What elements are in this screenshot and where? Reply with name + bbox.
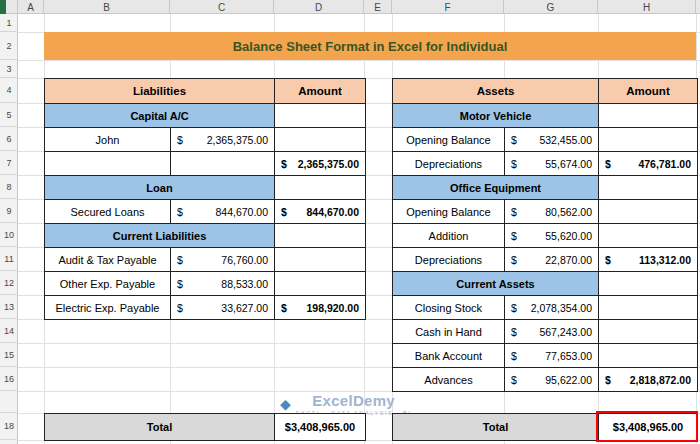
row-header-14[interactable]: 14 bbox=[0, 319, 18, 343]
cell-cash-in-hand-amount[interactable]: $ 567,243.00 bbox=[505, 320, 599, 344]
cell-empty[interactable] bbox=[171, 152, 275, 176]
row-header-9[interactable]: 9 bbox=[0, 199, 18, 223]
row-header-7[interactable]: 7 bbox=[0, 151, 18, 175]
cell-audit-tax-label[interactable]: Audit & Tax Payable bbox=[45, 248, 171, 272]
cell-current-assets-subtotal[interactable]: $ 2,818,872.00 bbox=[599, 368, 698, 392]
cell-closing-stock-label[interactable]: Closing Stock bbox=[393, 296, 505, 320]
cell-empty[interactable] bbox=[599, 176, 698, 200]
cell-empty[interactable] bbox=[599, 200, 698, 224]
liabilities-header-cell[interactable]: Liabilities bbox=[45, 79, 275, 104]
cell-motor-opening-label[interactable]: Opening Balance bbox=[393, 128, 505, 152]
column-header-G[interactable]: G bbox=[504, 0, 598, 14]
cell-empty[interactable] bbox=[275, 104, 366, 128]
cell-empty[interactable] bbox=[275, 272, 366, 296]
accounting-value: $ 844,670.00 bbox=[275, 206, 365, 218]
liabilities-total-label-cell[interactable]: Total bbox=[45, 414, 275, 441]
row-header-2[interactable]: 2 bbox=[0, 32, 18, 60]
cell-electric-exp-amount[interactable]: $ 33,627.00 bbox=[171, 296, 275, 320]
section-loan-cell[interactable]: Loan bbox=[45, 176, 275, 200]
cell-empty[interactable] bbox=[275, 128, 366, 152]
amount-value: 33,627.00 bbox=[221, 302, 268, 314]
column-header-D[interactable]: D bbox=[274, 0, 364, 14]
cell-secured-loans-amount[interactable]: $ 844,670.00 bbox=[171, 200, 275, 224]
row-header-3[interactable]: 3 bbox=[0, 60, 18, 78]
cell-secured-loans-label[interactable]: Secured Loans bbox=[45, 200, 171, 224]
column-header-C[interactable]: C bbox=[170, 0, 274, 14]
row-header-hidden[interactable] bbox=[0, 391, 18, 413]
cell-motor-opening-amount[interactable]: $ 532,455.00 bbox=[505, 128, 599, 152]
column-header-B[interactable]: B bbox=[44, 0, 170, 14]
cell-motor-depreciations-amount[interactable]: $ 55,674.00 bbox=[505, 152, 599, 176]
liabilities-amount-header-cell[interactable]: Amount bbox=[275, 79, 366, 104]
cell-empty[interactable] bbox=[599, 344, 698, 368]
table-row: Bank Account $ 77,653.00 bbox=[393, 344, 698, 368]
cell-cash-in-hand-label[interactable]: Cash in Hand bbox=[393, 320, 505, 344]
row-header-1[interactable]: 1 bbox=[0, 14, 18, 32]
liabilities-total-value-cell[interactable]: $3,408,965.00 bbox=[275, 414, 366, 441]
section-motor-vehicle-cell[interactable]: Motor Vehicle bbox=[393, 104, 599, 128]
row-header-12[interactable]: 12 bbox=[0, 271, 18, 295]
cell-empty[interactable] bbox=[599, 272, 698, 296]
cell-office-addition-label[interactable]: Addition bbox=[393, 224, 505, 248]
cell-bank-account-label[interactable]: Bank Account bbox=[393, 344, 505, 368]
cell-bank-account-amount[interactable]: $ 77,653.00 bbox=[505, 344, 599, 368]
assets-amount-header-cell[interactable]: Amount bbox=[599, 79, 698, 104]
assets-total-label-cell[interactable]: Total bbox=[393, 414, 599, 441]
watermark-brand: ExcelDemy bbox=[312, 392, 395, 409]
cell-office-opening-label[interactable]: Opening Balance bbox=[393, 200, 505, 224]
cell-office-subtotal[interactable]: $ 113,312.00 bbox=[599, 248, 698, 272]
cell-other-exp-amount[interactable]: $ 88,533.00 bbox=[171, 272, 275, 296]
accounting-value: $ 844,670.00 bbox=[171, 206, 274, 218]
row-header-18[interactable]: 18 bbox=[0, 413, 18, 440]
column-header-F[interactable]: F bbox=[392, 0, 504, 14]
cell-empty[interactable] bbox=[45, 152, 171, 176]
cell-electric-exp-label[interactable]: Electric Exp. Payable bbox=[45, 296, 171, 320]
cell-empty[interactable] bbox=[599, 128, 698, 152]
cell-john-amount[interactable]: $ 2,365,375.00 bbox=[171, 128, 275, 152]
cell-empty[interactable] bbox=[599, 224, 698, 248]
column-header-E[interactable]: E bbox=[364, 0, 392, 14]
cell-advances-amount[interactable]: $ 95,622.00 bbox=[505, 368, 599, 392]
cell-john-label[interactable]: John bbox=[45, 128, 171, 152]
cell-empty[interactable] bbox=[599, 104, 698, 128]
row-header-4[interactable]: 4 bbox=[0, 78, 18, 103]
cell-loan-subtotal[interactable]: $ 844,670.00 bbox=[275, 200, 366, 224]
cell-office-addition-amount[interactable]: $ 55,620.00 bbox=[505, 224, 599, 248]
cell-motor-depreciations-label[interactable]: Depreciations bbox=[393, 152, 505, 176]
cell-office-depreciations-amount[interactable]: $ 22,870.00 bbox=[505, 248, 599, 272]
cell-motor-subtotal[interactable]: $ 476,781.00 bbox=[599, 152, 698, 176]
cell-capital-subtotal[interactable]: $ 2,365,375.00 bbox=[275, 152, 366, 176]
cell-current-liabilities-subtotal[interactable]: $ 198,920.00 bbox=[275, 296, 366, 320]
row-header-5[interactable]: 5 bbox=[0, 103, 18, 127]
accounting-value: $ 76,760.00 bbox=[171, 254, 274, 266]
row-header-10[interactable]: 10 bbox=[0, 223, 18, 247]
cell-other-exp-label[interactable]: Other Exp. Payable bbox=[45, 272, 171, 296]
cell-empty[interactable] bbox=[599, 320, 698, 344]
section-capital-cell[interactable]: Capital A/C bbox=[45, 104, 275, 128]
cell-empty[interactable] bbox=[599, 296, 698, 320]
row-header-15[interactable]: 15 bbox=[0, 343, 18, 367]
section-current-liabilities-cell[interactable]: Current Liabilities bbox=[45, 224, 275, 248]
title-banner-cell[interactable]: Balance Sheet Format in Excel for Indivi… bbox=[44, 32, 696, 60]
assets-total-value-cell[interactable]: $3,408,965.00 bbox=[599, 414, 698, 441]
row-header-13[interactable]: 13 bbox=[0, 295, 18, 319]
row-header-8[interactable]: 8 bbox=[0, 175, 18, 199]
cell-empty[interactable] bbox=[275, 176, 366, 200]
cell-office-opening-amount[interactable]: $ 80,562.00 bbox=[505, 200, 599, 224]
row-header-6[interactable]: 6 bbox=[0, 127, 18, 151]
currency-symbol: $ bbox=[281, 302, 287, 314]
cell-office-depreciations-label[interactable]: Depreciations bbox=[393, 248, 505, 272]
section-office-equipment-cell[interactable]: Office Equipment bbox=[393, 176, 599, 200]
column-header-H[interactable]: H bbox=[598, 0, 696, 14]
assets-header-cell[interactable]: Assets bbox=[393, 79, 599, 104]
cell-empty[interactable] bbox=[275, 248, 366, 272]
section-current-assets-cell[interactable]: Current Assets bbox=[393, 272, 599, 296]
cell-closing-stock-amount[interactable]: $ 2,078,354.00 bbox=[505, 296, 599, 320]
row-header-11[interactable]: 11 bbox=[0, 247, 18, 271]
cell-empty[interactable] bbox=[275, 224, 366, 248]
cell-audit-tax-amount[interactable]: $ 76,760.00 bbox=[171, 248, 275, 272]
column-header-A[interactable]: A bbox=[18, 0, 44, 14]
select-all-corner[interactable] bbox=[0, 0, 18, 14]
row-header-16[interactable]: 16 bbox=[0, 367, 18, 391]
cell-advances-label[interactable]: Advances bbox=[393, 368, 505, 392]
